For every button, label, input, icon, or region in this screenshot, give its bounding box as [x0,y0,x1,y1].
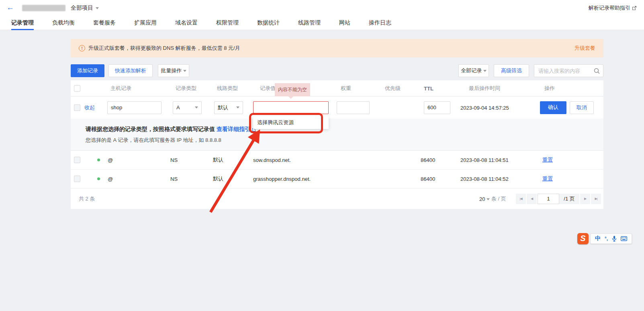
detail-guide-link[interactable]: 查看详细指引 [217,126,250,132]
record-filter-dropdown[interactable]: 全部记录 [458,64,489,77]
first-page-button[interactable]: |◀ [516,194,526,204]
upgrade-plan-link[interactable]: 升级套餐 [574,45,595,52]
row-host: @ [108,176,113,182]
tab-extensions[interactable]: 扩展应用 [134,16,157,30]
col-host: 主机记录 [110,85,131,92]
search-icon[interactable] [594,68,600,74]
chevron-down-icon [96,7,99,9]
tab-permissions[interactable]: 权限管理 [216,16,239,30]
back-arrow-icon[interactable]: ← [6,3,14,12]
select-tencent-resource-option[interactable]: 选择腾讯云资源 [253,116,329,129]
cancel-button[interactable]: 取消 [570,101,594,114]
line-type-select[interactable]: 默认 [214,101,243,114]
host-input[interactable] [107,101,162,114]
row-checkbox [74,104,80,111]
row-line: 默认 [213,156,223,164]
add-record-button[interactable]: 添加记录 [71,64,104,77]
warning-icon: ! [79,45,85,51]
row-checkbox[interactable] [74,176,80,182]
chevron-down-icon [236,106,239,108]
ime-bar: 中 °, [590,233,632,244]
external-link-icon [632,6,637,10]
row-host: @ [108,157,113,163]
row-time: 2023-08-08 11:04:51 [460,157,509,163]
upgrade-banner-text: 升级正式版套餐，获得更极致的 DNS 解析服务，最低仅需 8 元/月 [88,45,240,52]
page-size-select[interactable]: 20 [479,196,490,202]
table-row: @ NS 默认 sow.dnspod.net. 86400 2023-08-08… [71,151,603,170]
project-selector[interactable]: 全部项目 [71,4,99,12]
col-weight: 权重 [341,85,351,92]
tab-domain-settings[interactable]: 域名设置 [175,16,198,30]
help-line-2: 您选择的是 A 记录，请在此填写服务器 IP 地址，如 8.8.8.8 [86,137,221,144]
row-ttl: 86400 [421,176,435,182]
help-line-1: 请根据您选择的记录类型，按照格式要求填写记录值 查看详细指引 [86,126,257,133]
reset-link[interactable]: 重置 [542,175,553,182]
line-type-value: 默认 [218,104,228,111]
table-header-row: 主机记录 记录类型 线路类型 记录值 权重 优先级 TTL 最后操作时间 操作 [71,80,603,96]
col-line: 线路类型 [217,85,238,92]
ime-punctuation-toggle[interactable]: °, [605,236,608,241]
row-line: 默认 [213,175,223,182]
ime-language-toggle[interactable]: 中 [595,235,601,242]
microphone-icon[interactable] [612,236,617,242]
row-time: 2023-08-08 11:04:52 [460,176,509,182]
next-page-button[interactable]: ▶ [580,194,590,204]
page-total: /1 页 [559,194,579,204]
reset-link[interactable]: 重置 [542,156,553,164]
col-priority: 优先级 [385,85,401,92]
sogou-logo-icon[interactable]: S [577,233,589,244]
advanced-filter-button[interactable]: 高级筛选 [494,64,529,77]
tab-line-management[interactable]: 线路管理 [298,16,321,30]
total-count: 共 2 条 [79,195,95,203]
ime-toolbar: S 中 °, [577,233,632,245]
tab-website[interactable]: 网站 [339,16,350,30]
search-input[interactable] [538,65,593,76]
col-action: 操作 [544,85,555,92]
tab-plan-service[interactable]: 套餐服务 [93,16,116,30]
confirm-button[interactable]: 确认 [540,101,566,114]
last-page-button[interactable]: ▶| [591,194,601,204]
chevron-down-icon [195,106,198,108]
help-guide-label: 解析记录帮助指引 [589,5,630,11]
chevron-down-icon [483,70,487,72]
row-checkbox[interactable] [74,157,80,163]
edit-record-row: 收起 A 默认 2023-09-04 14:57:25 确认 取消 [71,96,603,119]
col-ttl: TTL [424,85,433,91]
record-filter-label: 全部记录 [461,68,482,74]
tab-statistics[interactable]: 数据统计 [257,16,280,30]
col-type: 记录类型 [176,85,196,92]
upgrade-banner: ! 升级正式版套餐，获得更极致的 DNS 解析服务，最低仅需 8 元/月 升级套… [71,39,603,57]
tab-operation-log[interactable]: 操作日志 [369,16,391,30]
records-table: 主机记录 记录类型 线路类型 记录值 权重 优先级 TTL 最后操作时间 操作 … [71,80,603,209]
row-type: NS [170,176,178,182]
col-time: 最后操作时间 [469,85,500,92]
per-page-unit: 条 / 页 [491,195,506,203]
keyboard-icon[interactable] [621,236,627,241]
record-help-band: 请根据您选择的记录类型，按照格式要求填写记录值 查看详细指引 您选择的是 A 记… [71,119,603,151]
tabbar: 记录管理 负载均衡 套餐服务 扩展应用 域名设置 权限管理 数据统计 线路管理 … [0,16,644,30]
help-line-1-text: 请根据您选择的记录类型，按照格式要求填写记录值 [86,126,215,132]
project-selector-label: 全部项目 [71,4,93,11]
tab-load-balancing[interactable]: 负载均衡 [52,16,75,30]
row-value: sow.dnspod.net. [253,157,291,163]
help-guide-link[interactable]: 解析记录帮助指引 [589,4,637,12]
record-type-value: A [176,104,180,110]
last-modified-time: 2023-09-04 14:57:25 [460,104,509,110]
record-type-select[interactable]: A [173,101,202,114]
tab-record-management[interactable]: 记录管理 [11,16,34,30]
search-box [534,64,603,77]
prev-page-button[interactable]: ◀ [527,194,537,204]
page-number-input[interactable]: 1 [538,194,559,204]
batch-operation-button[interactable]: 批量操作 [158,64,189,77]
row-value: grasshopper.dnspod.net. [253,176,311,182]
redacted-domain-name [22,5,65,11]
select-all-checkbox[interactable] [74,85,80,92]
ttl-input[interactable] [424,101,450,114]
row-ttl: 86400 [421,157,435,163]
table-row: @ NS 默认 grasshopper.dnspod.net. 86400 20… [71,170,603,188]
quick-add-button[interactable]: 快速添加解析 [108,64,153,77]
collapse-link[interactable]: 收起 [84,104,95,111]
weight-input[interactable] [337,101,370,114]
chevron-down-icon [487,198,490,201]
record-value-input[interactable] [253,101,329,114]
